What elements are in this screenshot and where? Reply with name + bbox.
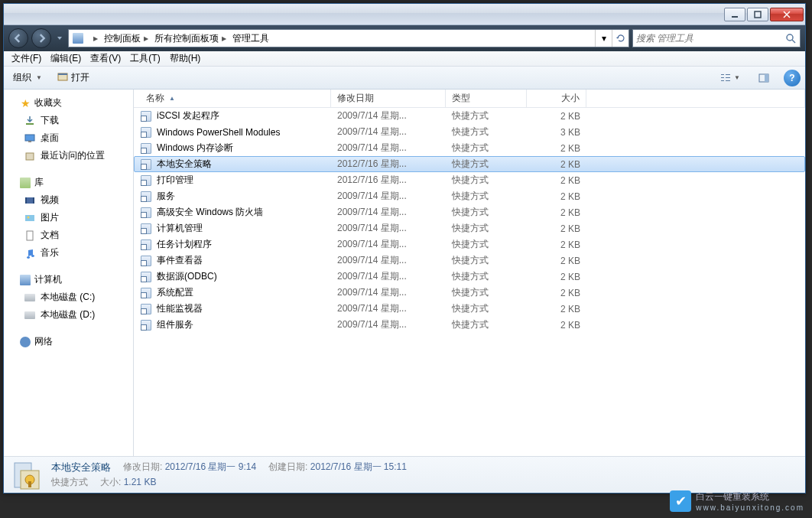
nav-computer[interactable]: 计算机 xyxy=(4,271,133,288)
breadcrumb-item[interactable]: 控制面板▶ xyxy=(101,30,151,47)
file-row[interactable]: 任务计划程序2009/7/14 星期...快捷方式2 KB xyxy=(134,236,805,252)
picture-icon xyxy=(24,212,36,224)
file-date: 2009/7/14 星期... xyxy=(331,318,446,331)
organize-button[interactable]: 组织▼ xyxy=(8,70,47,86)
nav-pictures[interactable]: 图片 xyxy=(4,209,133,226)
file-row[interactable]: 服务2009/7/14 星期...快捷方式2 KB xyxy=(134,188,805,204)
nav-favorites[interactable]: ★收藏夹 xyxy=(4,94,133,112)
svg-rect-6 xyxy=(721,77,724,78)
details-name: 本地安全策略 xyxy=(51,461,111,474)
file-row[interactable]: 高级安全 Windows 防火墙2009/7/14 星期...快捷方式2 KB xyxy=(134,204,805,220)
svg-rect-26 xyxy=(28,481,31,487)
menu-help[interactable]: 帮助(H) xyxy=(165,52,206,65)
file-type: 快捷方式 xyxy=(446,109,527,122)
file-date: 2009/7/14 星期... xyxy=(331,222,446,235)
col-spacer xyxy=(586,90,805,107)
col-date[interactable]: 修改日期 xyxy=(331,90,446,107)
nav-downloads[interactable]: 下载 xyxy=(4,112,133,129)
nav-recent[interactable]: 最近访问的位置 xyxy=(4,147,133,165)
file-size: 2 KB xyxy=(527,272,586,282)
file-size: 2 KB xyxy=(527,304,586,314)
svg-rect-22 xyxy=(27,231,33,240)
search-input[interactable] xyxy=(636,33,784,44)
svg-rect-20 xyxy=(25,215,34,221)
file-size: 2 KB xyxy=(527,256,586,266)
file-size: 2 KB xyxy=(527,207,586,218)
menubar: 文件(F) 编辑(E) 查看(V) 工具(T) 帮助(H) xyxy=(4,51,805,67)
menu-view[interactable]: 查看(V) xyxy=(86,52,125,65)
document-icon xyxy=(24,230,36,242)
refresh-button[interactable] xyxy=(612,30,628,47)
minimize-button[interactable] xyxy=(724,8,745,21)
breadcrumb-root[interactable]: ▶ xyxy=(87,30,101,47)
shortcut-icon xyxy=(140,158,152,171)
file-date: 2009/7/14 星期... xyxy=(331,254,446,267)
file-row[interactable]: 打印管理2012/7/16 星期...快捷方式2 KB xyxy=(134,172,805,188)
file-row[interactable]: 性能监视器2009/7/14 星期...快捷方式2 KB xyxy=(134,301,805,317)
network-icon xyxy=(19,336,31,348)
file-type: 快捷方式 xyxy=(446,190,527,203)
nav-library[interactable]: 库 xyxy=(4,174,133,191)
file-type: 快捷方式 xyxy=(446,238,527,251)
view-options-button[interactable]: ▼ xyxy=(716,70,744,86)
nav-network[interactable]: 网络 xyxy=(4,333,133,350)
file-row[interactable]: Windows 内存诊断2009/7/14 星期...快捷方式2 KB xyxy=(134,140,805,156)
shortcut-icon xyxy=(140,207,152,219)
drive-icon xyxy=(24,292,36,304)
file-row[interactable]: 事件查看器2009/7/14 星期...快捷方式2 KB xyxy=(134,252,805,269)
file-name: 本地安全策略 xyxy=(157,158,212,171)
menu-file[interactable]: 文件(F) xyxy=(7,52,46,65)
file-list[interactable]: iSCSI 发起程序2009/7/14 星期...快捷方式2 KBWindows… xyxy=(134,108,805,456)
col-type[interactable]: 类型 xyxy=(446,90,527,107)
file-date: 2009/7/14 星期... xyxy=(331,109,446,122)
address-dropdown[interactable]: ▾ xyxy=(595,30,612,47)
col-size[interactable]: 大小 xyxy=(527,90,586,107)
maximize-button[interactable] xyxy=(747,8,768,21)
forward-button[interactable] xyxy=(31,28,51,48)
nav-tree[interactable]: ★收藏夹 下载 桌面 最近访问的位置 库 视频 图片 文档 音乐 计算机 本地磁… xyxy=(4,90,134,456)
file-row[interactable]: Windows PowerShell Modules2009/7/14 星期..… xyxy=(134,124,805,140)
file-row[interactable]: 组件服务2009/7/14 星期...快捷方式2 KB xyxy=(134,317,805,333)
history-dropdown[interactable] xyxy=(54,31,65,46)
file-row[interactable]: 数据源(ODBC)2009/7/14 星期...快捷方式2 KB xyxy=(134,269,805,285)
file-type: 快捷方式 xyxy=(446,158,527,171)
col-name[interactable]: 名称▲ xyxy=(140,90,331,107)
file-row[interactable]: iSCSI 发起程序2009/7/14 星期...快捷方式2 KB xyxy=(134,108,805,124)
explorer-window: ▶ 控制面板▶ 所有控制面板项▶ 管理工具 ▾ 文件(F) 编辑(E) 查看(V… xyxy=(3,3,806,494)
file-size: 2 KB xyxy=(527,239,586,250)
help-button[interactable]: ? xyxy=(784,70,801,86)
titlebar[interactable] xyxy=(4,4,805,25)
file-date: 2009/7/14 星期... xyxy=(331,270,446,283)
file-size: 2 KB xyxy=(527,143,586,154)
back-button[interactable] xyxy=(8,28,28,48)
file-row[interactable]: 本地安全策略2012/7/16 星期...快捷方式2 KB xyxy=(134,156,805,172)
nav-drive-c[interactable]: 本地磁盘 (C:) xyxy=(4,288,133,306)
nav-videos[interactable]: 视频 xyxy=(4,191,133,209)
shortcut-icon xyxy=(140,319,152,331)
file-row[interactable]: 计算机管理2009/7/14 星期...快捷方式2 KB xyxy=(134,220,805,236)
shortcut-icon xyxy=(140,142,152,155)
file-row[interactable]: 系统配置2009/7/14 星期...快捷方式2 KB xyxy=(134,285,805,301)
search-box[interactable] xyxy=(632,29,801,47)
desktop-icon xyxy=(24,132,36,145)
preview-pane-button[interactable] xyxy=(750,70,778,86)
shortcut-icon xyxy=(140,287,152,299)
nav-desktop[interactable]: 桌面 xyxy=(4,129,133,147)
open-button[interactable]: 打开 xyxy=(53,70,94,86)
close-button[interactable] xyxy=(770,8,804,21)
nav-drive-d[interactable]: 本地磁盘 (D:) xyxy=(4,306,133,324)
file-date: 2009/7/14 星期... xyxy=(331,142,446,155)
navigation-bar: ▶ 控制面板▶ 所有控制面板项▶ 管理工具 ▾ xyxy=(4,25,805,51)
shortcut-icon xyxy=(140,191,152,203)
breadcrumb-item[interactable]: 管理工具 xyxy=(229,30,272,47)
address-bar[interactable]: ▶ 控制面板▶ 所有控制面板项▶ 管理工具 ▾ xyxy=(68,29,629,47)
shortcut-icon xyxy=(140,110,152,122)
menu-tools[interactable]: 工具(T) xyxy=(125,52,164,65)
search-icon[interactable] xyxy=(784,32,797,44)
breadcrumb-item[interactable]: 所有控制面板项▶ xyxy=(151,30,229,47)
computer-icon xyxy=(19,274,31,286)
svg-rect-19 xyxy=(33,197,34,204)
menu-edit[interactable]: 编辑(E) xyxy=(46,52,86,65)
nav-music[interactable]: 音乐 xyxy=(4,244,133,262)
nav-documents[interactable]: 文档 xyxy=(4,226,133,244)
